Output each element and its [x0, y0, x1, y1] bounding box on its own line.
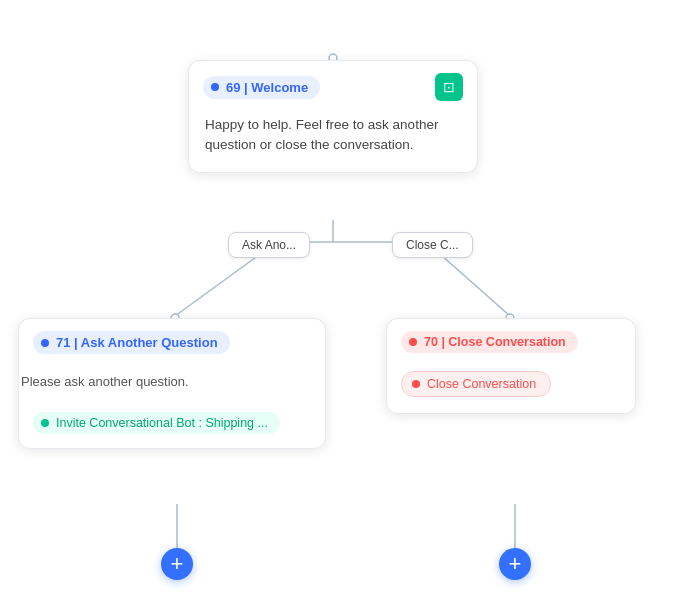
welcome-badge: 69 | Welcome: [203, 76, 320, 99]
welcome-title: 69 | Welcome: [226, 80, 308, 95]
node-welcome: 69 | Welcome ⊡ Happy to help. Feel free …: [188, 60, 478, 173]
node-ask-header: 71 | Ask Another Question: [19, 319, 325, 364]
badge-dot-blue: [211, 83, 219, 91]
invite-badge: Invite Conversational Bot : Shipping ...: [33, 412, 280, 434]
branch-ask-button[interactable]: Ask Ano...: [228, 232, 310, 258]
node-welcome-header: 69 | Welcome ⊡: [189, 61, 477, 111]
ask-title: 71 | Ask Another Question: [56, 335, 218, 350]
invite-label: Invite Conversational Bot : Shipping ...: [56, 416, 268, 430]
dot-red-action: [412, 380, 420, 388]
add-button-left[interactable]: +: [161, 548, 193, 580]
bookmark-icon: ⊡: [435, 73, 463, 101]
invite-section: Invite Conversational Bot : Shipping ...: [19, 402, 325, 448]
branch-close-button[interactable]: Close C...: [392, 232, 473, 258]
node-close: 70 | Close Conversation Close Conversati…: [386, 318, 636, 414]
add-button-right[interactable]: +: [499, 548, 531, 580]
badge-dot-ask: [41, 339, 49, 347]
dot-green-invite: [41, 419, 49, 427]
node-ask: 71 | Ask Another Question Please ask ano…: [18, 318, 326, 449]
close-action-label: Close Conversation: [427, 377, 536, 391]
node-close-header: 70 | Close Conversation: [387, 319, 635, 363]
ask-subtext: Please ask another question.: [19, 364, 325, 402]
badge-dot-red: [409, 338, 417, 346]
close-badge: 70 | Close Conversation: [401, 331, 578, 353]
close-action-badge: Close Conversation: [401, 371, 551, 397]
ask-badge: 71 | Ask Another Question: [33, 331, 230, 354]
welcome-body: Happy to help. Feel free to ask another …: [189, 111, 477, 172]
close-title: 70 | Close Conversation: [424, 335, 566, 349]
flow-canvas: 69 | Welcome ⊡ Happy to help. Feel free …: [0, 0, 683, 593]
